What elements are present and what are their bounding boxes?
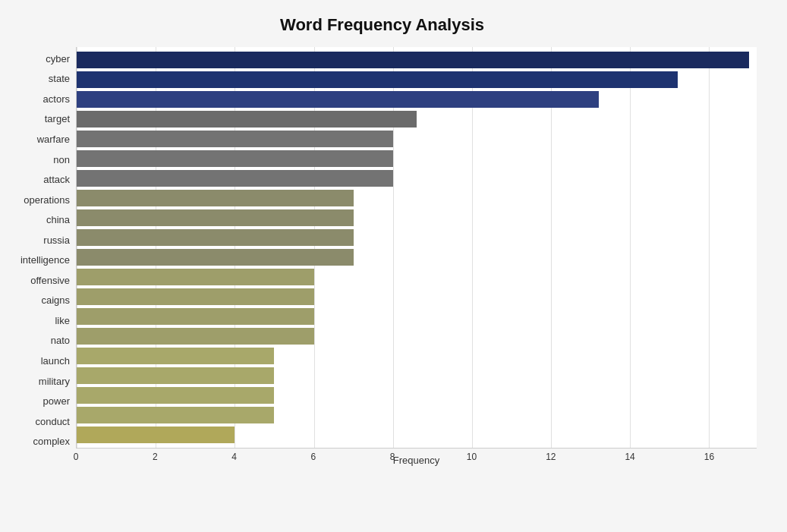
y-label: warfare	[37, 134, 70, 144]
bar	[77, 427, 235, 443]
y-label: target	[45, 114, 70, 124]
bar-row	[77, 346, 757, 366]
bar-row	[77, 109, 757, 129]
bar-row	[77, 405, 757, 425]
bar	[77, 308, 314, 325]
x-tick: 10	[467, 452, 477, 462]
bar-row	[77, 247, 757, 267]
y-label: non	[53, 155, 70, 165]
bar-row	[77, 287, 757, 307]
x-axis-label: Frequency	[76, 455, 757, 466]
chart-area: cyberstateactorstargetwarfarenonattackop…	[8, 47, 757, 473]
y-label: like	[55, 316, 70, 326]
bar-row	[77, 307, 757, 326]
bar-row	[77, 267, 757, 287]
y-axis: cyberstateactorstargetwarfarenonattackop…	[8, 47, 76, 473]
x-tick: 8	[390, 452, 395, 462]
bar-row	[77, 50, 757, 70]
y-label: nato	[51, 335, 70, 345]
bar-row	[77, 168, 757, 188]
y-label: military	[39, 376, 70, 386]
y-label: actors	[43, 94, 70, 104]
bar-row	[77, 386, 757, 405]
bar	[77, 52, 749, 68]
y-label: caigns	[41, 295, 70, 305]
bar-row	[77, 326, 757, 346]
bar	[77, 150, 393, 167]
bar	[77, 209, 354, 226]
bar	[77, 407, 274, 423]
y-label: complex	[33, 436, 70, 446]
bar	[77, 348, 274, 364]
x-tick: 16	[704, 452, 714, 462]
bar-row	[77, 228, 757, 247]
bar	[77, 328, 314, 345]
x-tick: 2	[153, 452, 158, 462]
x-tick: 12	[546, 452, 556, 462]
y-label: offensive	[30, 275, 70, 285]
y-label: china	[46, 215, 70, 225]
bar-row	[77, 129, 757, 149]
bar-row	[77, 425, 757, 445]
y-label: state	[49, 74, 70, 83]
chart-title: Word Frequency Analysis	[8, 15, 757, 35]
bar-row	[77, 188, 757, 208]
bar	[77, 367, 274, 384]
x-axis-wrapper: 0246810121416 Frequency	[76, 449, 757, 473]
bar	[77, 269, 314, 285]
plot-area: 0246810121416 Frequency	[76, 47, 757, 473]
y-label: launch	[41, 356, 70, 366]
y-label: intelligence	[20, 255, 70, 265]
bar	[77, 71, 678, 88]
bar-row	[77, 149, 757, 168]
bar	[77, 170, 393, 187]
bar-row	[77, 90, 757, 109]
chart-container: Word Frequency Analysis cyberstateactors…	[0, 0, 787, 532]
bar	[77, 190, 354, 206]
x-tick: 14	[625, 452, 634, 462]
x-tick: 6	[311, 452, 316, 462]
x-tick: 4	[231, 452, 237, 462]
bar-row	[77, 208, 757, 228]
bar	[77, 249, 354, 266]
y-label: conduct	[35, 417, 70, 427]
y-label: cyber	[46, 54, 70, 64]
bar	[77, 111, 417, 127]
bar	[77, 387, 274, 404]
y-label: operations	[24, 195, 70, 205]
y-label: attack	[43, 175, 70, 184]
bar-row	[77, 70, 757, 90]
bar	[77, 229, 354, 246]
bars-container	[76, 47, 757, 449]
x-axis: 0246810121416	[76, 449, 757, 452]
bar-row	[77, 366, 757, 386]
y-label: power	[43, 396, 70, 406]
bar	[77, 131, 393, 147]
x-tick: 0	[74, 452, 79, 462]
y-label: russia	[43, 235, 70, 245]
bar	[77, 288, 314, 305]
bar	[77, 91, 599, 108]
